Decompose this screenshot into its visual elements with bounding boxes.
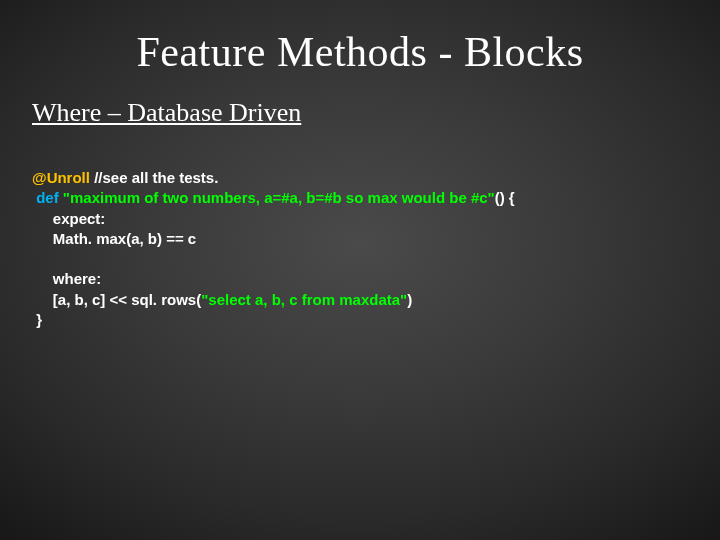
math-line: Math. max(a, b) == c [32, 230, 196, 247]
rows-string: "select a, b, c from maxdata" [201, 291, 407, 308]
close-brace: } [32, 311, 42, 328]
rows-post: ) [407, 291, 412, 308]
where-line: where: [32, 270, 101, 287]
comment: //see all the tests. [90, 169, 218, 186]
slide-subtitle: Where – Database Driven [32, 98, 720, 128]
code-block: @Unroll //see all the tests. def "maximu… [32, 168, 720, 330]
parens-brace: () { [495, 189, 515, 206]
rows-pre: [a, b, c] << sql. rows( [32, 291, 201, 308]
keyword-def: def [32, 189, 63, 206]
slide-title: Feature Methods - Blocks [0, 28, 720, 76]
method-name-string: "maximum of two numbers, a=#a, b=#b so m… [63, 189, 495, 206]
expect-line: expect: [32, 210, 105, 227]
annotation: @Unroll [32, 169, 90, 186]
